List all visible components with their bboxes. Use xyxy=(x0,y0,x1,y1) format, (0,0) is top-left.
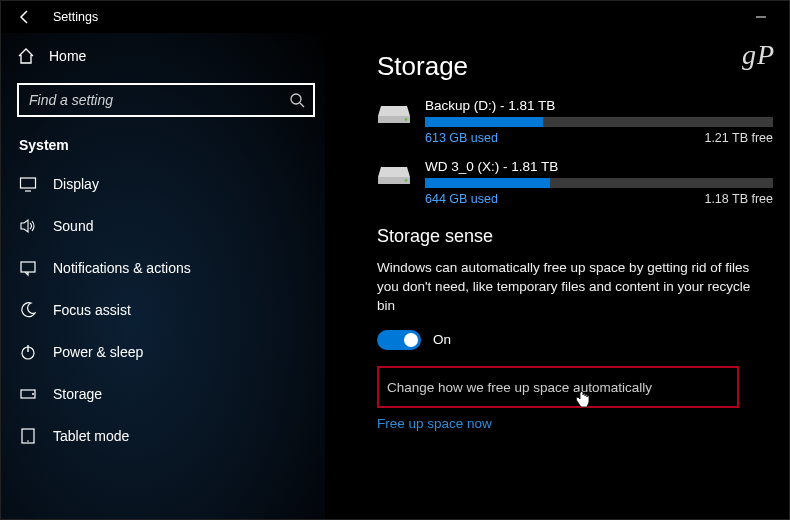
search-input[interactable] xyxy=(19,85,313,115)
search-field[interactable] xyxy=(17,83,315,117)
svg-point-1 xyxy=(291,94,301,104)
minimize-icon xyxy=(755,11,767,23)
search-icon xyxy=(289,92,305,108)
notifications-icon xyxy=(19,259,37,277)
drive-icon xyxy=(377,163,411,187)
power-icon xyxy=(19,343,37,361)
drive-title: WD 3_0 (X:) - 1.81 TB xyxy=(425,159,773,174)
svg-point-11 xyxy=(27,440,29,442)
sidebar: Home System Display Sound xyxy=(1,33,325,519)
drive-used: 644 GB used xyxy=(425,192,498,206)
drive-icon xyxy=(377,102,411,126)
sidebar-item-label: Storage xyxy=(53,386,102,402)
sidebar-group-system: System xyxy=(3,131,325,163)
drive-usage-bar xyxy=(425,117,773,127)
drive-row[interactable]: WD 3_0 (X:) - 1.81 TB 644 GB used 1.18 T… xyxy=(377,159,773,206)
back-button[interactable] xyxy=(9,1,41,33)
storage-sense-description: Windows can automatically free up space … xyxy=(377,259,767,316)
home-label: Home xyxy=(49,48,86,64)
storage-icon xyxy=(19,385,37,403)
sidebar-item-notifications[interactable]: Notifications & actions xyxy=(3,247,325,289)
main-content: gP Storage Backup (D:) - 1.81 TB 613 GB … xyxy=(325,33,789,519)
svg-rect-3 xyxy=(21,178,36,188)
sidebar-item-label: Focus assist xyxy=(53,302,131,318)
sidebar-item-label: Power & sleep xyxy=(53,344,143,360)
svg-point-15 xyxy=(405,179,408,182)
watermark-logo: gP xyxy=(742,39,775,71)
svg-point-13 xyxy=(405,118,408,121)
tablet-icon xyxy=(19,427,37,445)
link-label: Change how we free up space automaticall… xyxy=(387,380,652,395)
drive-free: 1.21 TB free xyxy=(704,131,773,145)
sidebar-item-label: Display xyxy=(53,176,99,192)
drive-title: Backup (D:) - 1.81 TB xyxy=(425,98,773,113)
sidebar-item-label: Sound xyxy=(53,218,93,234)
speaker-icon xyxy=(19,217,37,235)
page-title: Storage xyxy=(377,51,773,82)
storage-sense-heading: Storage sense xyxy=(377,226,773,247)
home-icon xyxy=(17,47,35,65)
drive-free: 1.18 TB free xyxy=(704,192,773,206)
storage-sense-toggle[interactable] xyxy=(377,330,421,350)
sidebar-item-storage[interactable]: Storage xyxy=(3,373,325,415)
svg-rect-5 xyxy=(21,262,35,272)
sidebar-item-display[interactable]: Display xyxy=(3,163,325,205)
sidebar-item-power-sleep[interactable]: Power & sleep xyxy=(3,331,325,373)
svg-line-2 xyxy=(300,103,304,107)
sidebar-item-label: Notifications & actions xyxy=(53,260,191,276)
arrow-left-icon xyxy=(17,9,33,25)
sidebar-item-label: Tablet mode xyxy=(53,428,129,444)
drive-usage-bar xyxy=(425,178,773,188)
monitor-icon xyxy=(19,175,37,193)
svg-point-9 xyxy=(32,393,34,395)
sidebar-item-sound[interactable]: Sound xyxy=(3,205,325,247)
sidebar-item-focus-assist[interactable]: Focus assist xyxy=(3,289,325,331)
home-nav[interactable]: Home xyxy=(3,37,325,75)
cursor-pointer-icon xyxy=(575,390,591,410)
moon-icon xyxy=(19,301,37,319)
drive-used: 613 GB used xyxy=(425,131,498,145)
free-up-now-link[interactable]: Free up space now xyxy=(377,416,773,431)
window-title: Settings xyxy=(53,10,98,24)
minimize-button[interactable] xyxy=(741,1,781,33)
toggle-state-label: On xyxy=(433,332,451,347)
drive-row[interactable]: Backup (D:) - 1.81 TB 613 GB used 1.21 T… xyxy=(377,98,773,145)
sidebar-item-tablet-mode[interactable]: Tablet mode xyxy=(3,415,325,457)
change-free-up-link[interactable]: Change how we free up space automaticall… xyxy=(377,366,739,408)
